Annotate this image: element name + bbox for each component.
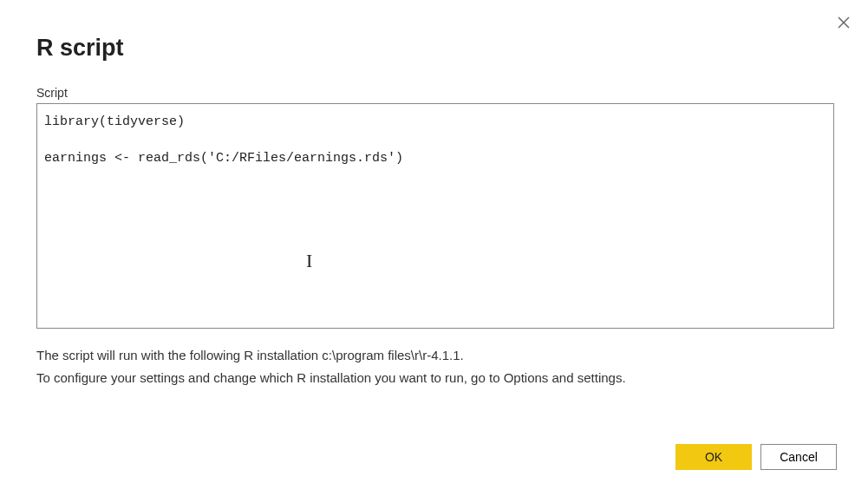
info-line-1: The script will run with the following R…: [36, 344, 837, 367]
script-label: Script: [36, 86, 837, 100]
r-script-dialog: R script Script The script will run with…: [0, 0, 868, 414]
script-input[interactable]: [36, 103, 834, 329]
dialog-buttons: OK Cancel: [675, 444, 837, 470]
close-button[interactable]: [835, 16, 852, 33]
close-icon: [837, 16, 851, 33]
ok-button[interactable]: OK: [675, 444, 752, 470]
info-line-2: To configure your settings and change wh…: [36, 367, 837, 389]
info-text: The script will run with the following R…: [36, 344, 837, 388]
cancel-button[interactable]: Cancel: [760, 444, 837, 470]
dialog-title: R script: [36, 35, 837, 62]
